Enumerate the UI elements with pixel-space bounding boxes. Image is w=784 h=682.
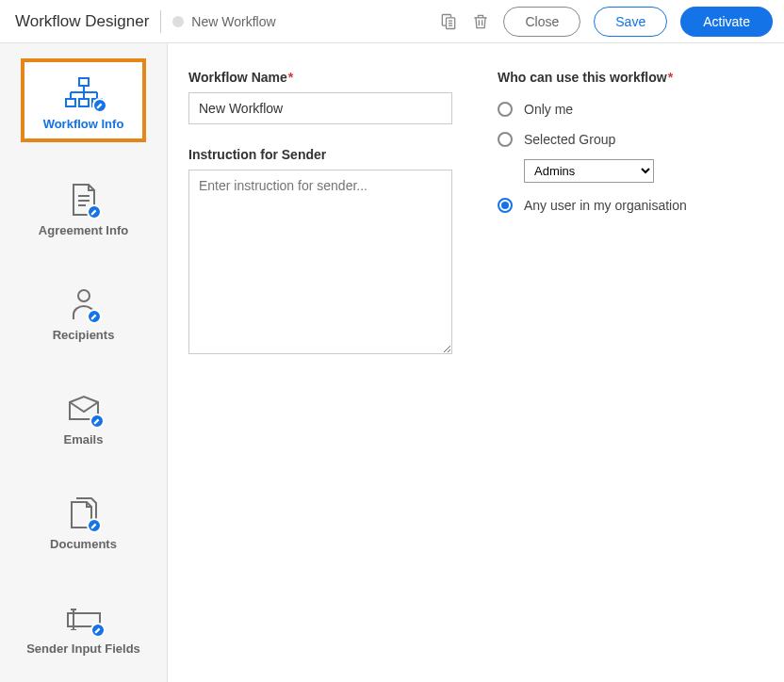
workflow-name-label: Workflow Name*: [188, 70, 452, 85]
svg-rect-9: [79, 99, 89, 106]
who-can-use-label: Who can use this workflow*: [498, 70, 763, 85]
sidebar-item-recipients[interactable]: Recipients: [21, 271, 146, 351]
instruction-textarea[interactable]: [188, 170, 452, 354]
radio-only-me[interactable]: Only me: [498, 102, 763, 117]
sidebar-item-label: Sender Input Fields: [26, 641, 140, 656]
radio-label: Selected Group: [524, 132, 615, 147]
instruction-label: Instruction for Sender: [188, 147, 452, 162]
sidebar-item-label: Emails: [64, 432, 104, 447]
header-actions: Close Save Activate: [439, 7, 773, 37]
svg-rect-7: [79, 78, 89, 86]
edit-badge-icon: [92, 98, 107, 113]
edit-badge-icon: [87, 309, 102, 324]
trash-icon[interactable]: [471, 11, 490, 32]
radio-icon: [498, 198, 513, 213]
radio-any-user[interactable]: Any user in my organisation: [498, 198, 763, 213]
workflow-title: New Workflow: [191, 14, 275, 29]
sidebar: Workflow Info Agreement Info Recipients …: [0, 43, 168, 682]
edit-badge-icon: [87, 518, 102, 533]
sidebar-item-workflow-info[interactable]: Workflow Info: [21, 58, 146, 142]
edit-badge-icon: [90, 623, 106, 638]
header: Workflow Designer New Workflow Close Sav…: [0, 0, 784, 43]
close-button[interactable]: Close: [503, 7, 580, 37]
duplicate-icon[interactable]: [439, 12, 458, 31]
sidebar-item-emails[interactable]: Emails: [21, 376, 146, 456]
divider: [160, 10, 161, 33]
radio-label: Any user in my organisation: [524, 198, 687, 213]
activate-button[interactable]: Activate: [680, 7, 773, 37]
sidebar-item-label: Recipients: [53, 328, 115, 342]
radio-label: Only me: [524, 102, 573, 117]
save-button[interactable]: Save: [594, 7, 667, 37]
edit-badge-icon: [87, 204, 102, 219]
svg-point-19: [78, 290, 90, 301]
status-dot-icon: [172, 16, 184, 27]
sidebar-item-label: Documents: [50, 537, 117, 551]
sidebar-item-documents[interactable]: Documents: [21, 480, 146, 560]
main-content: Workflow Name* Instruction for Sender Wh…: [168, 43, 784, 682]
radio-icon: [498, 132, 513, 147]
svg-rect-8: [66, 99, 75, 106]
app-title: Workflow Designer: [15, 12, 149, 31]
radio-selected-group[interactable]: Selected Group: [498, 132, 763, 147]
radio-icon: [498, 102, 513, 117]
group-select[interactable]: Admins: [524, 159, 654, 183]
sidebar-item-label: Workflow Info: [43, 117, 124, 131]
sidebar-item-sender-input-fields[interactable]: Sender Input Fields: [21, 585, 146, 665]
edit-badge-icon: [90, 414, 105, 429]
workflow-status: New Workflow: [172, 14, 275, 29]
sidebar-item-agreement-info[interactable]: Agreement Info: [21, 167, 146, 247]
workflow-name-input[interactable]: [188, 92, 452, 124]
sidebar-item-label: Agreement Info: [39, 223, 128, 237]
